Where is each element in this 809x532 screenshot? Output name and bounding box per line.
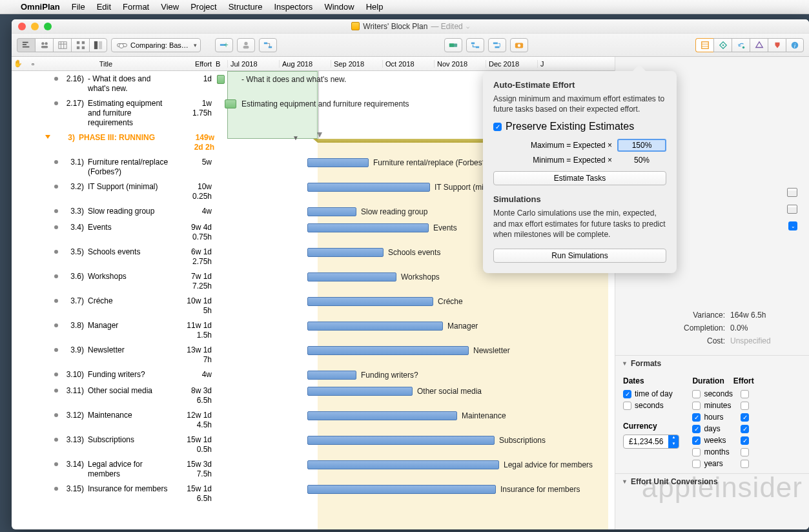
task-title[interactable]: Funding writers?	[88, 370, 172, 380]
view-styles-button[interactable]	[89, 38, 107, 52]
gantt-bar[interactable]	[307, 207, 356, 216]
hours-dur-checkbox[interactable]	[692, 413, 701, 422]
b-column-header[interactable]: B	[216, 60, 227, 68]
view-network-button[interactable]	[71, 38, 89, 52]
task-effort[interactable]: 11w 1d1.5h	[172, 321, 217, 340]
menu-edit[interactable]: Edit	[97, 2, 111, 12]
time-of-day-checkbox[interactable]	[623, 390, 631, 398]
view-gantt-button[interactable]	[17, 38, 35, 52]
gantt-bar[interactable]	[307, 346, 469, 355]
minimum-value[interactable]: 50%	[617, 156, 666, 165]
catch-up-button[interactable]	[444, 38, 462, 52]
task-effort[interactable]: 4w	[172, 207, 217, 216]
reschedule-button[interactable]	[466, 38, 484, 52]
gantt-bar[interactable]	[307, 485, 496, 494]
menu-project[interactable]: Project	[190, 2, 216, 12]
task-effort[interactable]: 8w 3d6.5h	[172, 386, 217, 405]
days-eff-checkbox[interactable]	[741, 425, 749, 433]
task-effort[interactable]: 5w	[172, 158, 217, 167]
snapshot-button[interactable]	[510, 38, 528, 52]
gantt-bar[interactable]	[307, 297, 433, 306]
inspector-milestones-button[interactable]	[713, 38, 732, 52]
gantt-bar[interactable]	[307, 411, 457, 420]
task-effort[interactable]: 9w 4d0.75h	[172, 223, 217, 242]
gantt-bar[interactable]	[307, 371, 356, 380]
task-title[interactable]: Furniture rental/replace (Forbes?)	[88, 158, 172, 177]
inspector-critical-path-button[interactable]	[750, 38, 768, 52]
menu-window[interactable]: Window	[324, 2, 354, 12]
task-row[interactable]: 3.11) Other social media 8w 3d6.5h Other…	[12, 383, 615, 407]
task-row[interactable]: 3.9) Newsletter 13w 1d7h Newsletter	[12, 342, 615, 367]
months-dur-checkbox[interactable]	[692, 448, 701, 456]
task-title[interactable]: Maintenance	[88, 411, 172, 420]
task-effort[interactable]: 7w 1d7.25h	[172, 272, 217, 291]
seconds-dur-checkbox[interactable]	[692, 390, 701, 398]
minimize-button[interactable]	[31, 23, 39, 30]
years-dur-checkbox[interactable]	[692, 460, 701, 468]
task-title[interactable]: Newsletter	[88, 345, 172, 355]
gantt-bar[interactable]	[307, 387, 413, 396]
task-effort[interactable]: 10w0.25h	[172, 182, 217, 201]
view-calendar-button[interactable]	[53, 38, 71, 52]
calendar-icon[interactable]	[787, 188, 797, 197]
formats-section-header[interactable]: Formats	[615, 355, 809, 371]
minutes-eff-checkbox[interactable]	[741, 402, 749, 410]
task-row[interactable]: 3.15) Insurance for members 15w 1d6.5h I…	[12, 481, 615, 506]
task-title[interactable]: Insurance for members	[88, 484, 172, 494]
gantt-bar[interactable]	[217, 75, 225, 84]
app-name[interactable]: OmniPlan	[21, 2, 60, 12]
task-title[interactable]: Estimating equipment and furniture requi…	[88, 99, 172, 128]
gantt-bar[interactable]	[307, 436, 495, 445]
task-title[interactable]: Schools events	[88, 247, 172, 257]
task-effort[interactable]: 4w	[172, 370, 217, 380]
task-effort[interactable]: 15w 1d0.5h	[172, 435, 217, 455]
years-eff-checkbox[interactable]	[741, 460, 749, 468]
inspector-project-button[interactable]	[695, 38, 713, 52]
task-title[interactable]: Subscriptions	[88, 435, 172, 445]
menu-format[interactable]: Format	[123, 2, 149, 12]
task-title[interactable]: Workshops	[88, 272, 172, 281]
effort-column-header[interactable]: Effort	[170, 60, 216, 68]
gantt-bar[interactable]	[307, 460, 499, 469]
task-title[interactable]: Créche	[88, 296, 172, 306]
days-dur-checkbox[interactable]	[692, 425, 701, 433]
task-effort[interactable]: 12w 1d4.5h	[172, 411, 217, 430]
task-title[interactable]: Slow reading group	[88, 207, 172, 216]
gantt-bar[interactable]	[307, 223, 429, 232]
task-row[interactable]: 3.7) Créche 10w 1d5h Créche	[12, 293, 615, 318]
task-title[interactable]: Legal advice for members	[88, 460, 172, 479]
connection-button[interactable]	[259, 38, 277, 52]
menu-help[interactable]: Help	[366, 2, 384, 12]
months-eff-checkbox[interactable]	[741, 448, 749, 456]
task-title[interactable]: Events	[88, 223, 172, 232]
task-effort[interactable]: 1w1.75h	[172, 99, 217, 118]
estimate-tasks-button[interactable]: Estimate Tasks	[493, 171, 666, 185]
task-effort[interactable]: 1d	[172, 74, 217, 84]
task-row[interactable]: 3.8) Manager 11w 1d1.5h Manager	[12, 318, 615, 342]
seconds-dates-checkbox[interactable]	[623, 402, 631, 410]
task-title[interactable]: PHASE III: RUNNING	[79, 133, 174, 143]
menu-view[interactable]: View	[161, 2, 179, 12]
task-row[interactable]: 3.12) Maintenance 12w 1d4.5h Maintenance	[12, 407, 615, 432]
dropdown-icon[interactable]: ⌄	[788, 221, 797, 230]
task-row[interactable]: 3.14) Legal advice for members 15w 3d7.5…	[12, 456, 615, 481]
disclosure-triangle-icon[interactable]	[45, 135, 50, 139]
gantt-bar[interactable]	[307, 158, 369, 167]
gantt-disclosure-icon[interactable]: ▼	[292, 134, 299, 141]
task-title[interactable]: - What it does and what's new.	[88, 74, 172, 94]
gantt-bar[interactable]	[225, 99, 236, 108]
inspector-violations-button[interactable]	[768, 38, 786, 52]
title-dropdown-icon[interactable]: ⌵	[466, 23, 469, 30]
menu-inspectors[interactable]: Inspectors	[274, 2, 312, 12]
add-task-button[interactable]	[215, 38, 233, 52]
task-effort[interactable]: 6w 1d2.75h	[172, 247, 217, 267]
run-simulations-button[interactable]: Run Simulations	[493, 249, 666, 263]
gantt-bar[interactable]	[307, 248, 384, 257]
task-effort[interactable]: 10w 1d5h	[172, 296, 217, 316]
task-title[interactable]: Other social media	[88, 386, 172, 396]
task-title[interactable]: IT Support (minimal)	[88, 182, 172, 192]
preserve-estimates-checkbox[interactable]	[493, 123, 502, 131]
add-resource-button[interactable]	[237, 38, 255, 52]
currency-selector[interactable]: £1,234.56▲▼	[623, 435, 679, 449]
baseline-comparing-dropdown[interactable]: Comparing: Bas…	[111, 38, 201, 52]
